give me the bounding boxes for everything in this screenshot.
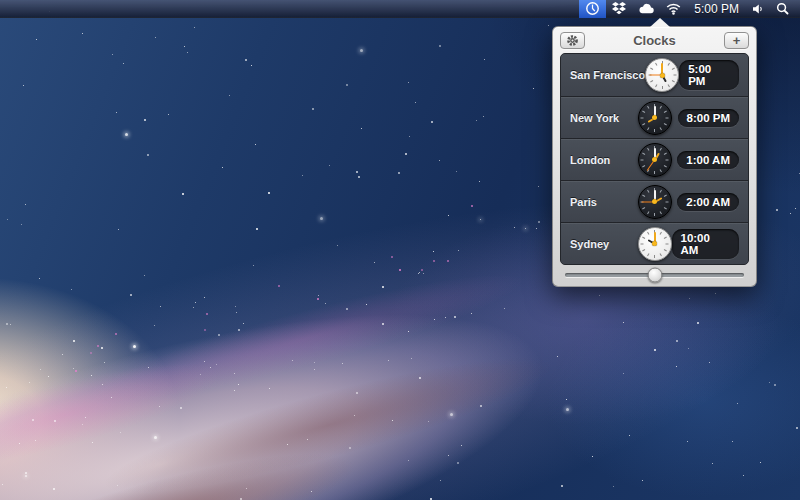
star — [318, 295, 319, 296]
clock-tick — [655, 84, 657, 87]
menubar-cloud-item[interactable] — [632, 0, 660, 18]
clock-tick — [667, 63, 669, 66]
menubar-dropbox-item[interactable] — [606, 0, 632, 18]
menubar-clocks-item[interactable] — [579, 0, 606, 18]
star — [104, 362, 105, 363]
clock-tick — [647, 231, 649, 234]
star — [256, 228, 258, 230]
star — [236, 312, 237, 313]
clock-center-dot — [660, 73, 665, 78]
settings-button[interactable] — [560, 32, 585, 49]
star — [255, 144, 256, 145]
star — [159, 406, 160, 407]
clock-list-item[interactable]: Paris 2:00 AM — [561, 180, 748, 222]
star — [361, 128, 362, 129]
star — [118, 229, 119, 230]
speaker-icon — [752, 3, 764, 15]
popover-footer — [553, 265, 756, 286]
star — [458, 250, 459, 251]
star — [278, 285, 280, 287]
star — [216, 364, 217, 365]
star — [428, 421, 429, 422]
clock-size-slider[interactable] — [565, 273, 744, 277]
star — [448, 455, 449, 456]
star — [480, 219, 481, 220]
menubar-volume-item[interactable] — [746, 0, 770, 18]
clock-tick — [642, 152, 645, 154]
star — [320, 217, 323, 220]
star — [337, 245, 338, 246]
star — [54, 420, 56, 422]
star — [538, 221, 540, 223]
clock-tick — [666, 117, 669, 118]
menubar-spotlight-item[interactable] — [770, 0, 795, 18]
star — [210, 367, 211, 368]
clock-tick — [641, 159, 644, 160]
slider-thumb[interactable] — [647, 268, 662, 283]
menubar-wifi-item[interactable] — [660, 0, 687, 18]
city-label: Paris — [561, 196, 638, 208]
star — [697, 322, 699, 324]
star — [193, 307, 194, 308]
star — [760, 462, 761, 463]
clock-list: San Francisco 5:00 PM New York 8:00 PM L… — [560, 53, 749, 265]
star — [6, 323, 8, 325]
star — [238, 384, 239, 385]
star — [796, 427, 798, 429]
star — [388, 360, 389, 361]
star — [32, 419, 34, 421]
clock-list-item[interactable]: London 1:00 AM — [561, 138, 748, 180]
star — [346, 84, 348, 86]
clock-tick — [654, 129, 655, 132]
clock-list-item[interactable]: New York 8:00 PM — [561, 96, 748, 138]
clock-list-item[interactable]: Sydney 10:00 AM — [561, 222, 748, 264]
star — [147, 154, 149, 156]
star — [454, 316, 456, 318]
menubar-clock-text[interactable]: 5:00 PM — [687, 2, 746, 16]
star — [408, 331, 409, 332]
clock-tick — [654, 213, 655, 216]
star — [525, 228, 526, 229]
star — [154, 325, 155, 326]
star — [476, 120, 477, 121]
time-badge: 10:00 AM — [672, 229, 740, 259]
add-clock-button[interactable]: + — [724, 32, 749, 49]
star — [457, 462, 459, 464]
star — [405, 153, 407, 155]
star — [504, 308, 505, 309]
clock-tick — [642, 110, 645, 112]
star — [92, 442, 93, 443]
clock-center-dot — [652, 157, 657, 162]
clock-center-dot — [652, 241, 657, 246]
clock-list-item[interactable]: San Francisco 5:00 PM — [561, 54, 748, 96]
star — [676, 340, 678, 342]
star — [148, 367, 149, 368]
star — [21, 224, 22, 225]
star — [687, 441, 688, 442]
star — [629, 435, 630, 436]
clock-tick — [647, 253, 649, 256]
star — [246, 488, 247, 489]
clock-tick — [664, 249, 667, 251]
star — [709, 362, 710, 363]
star — [408, 82, 409, 83]
star — [356, 392, 358, 394]
star — [346, 308, 348, 310]
star — [743, 475, 744, 476]
star — [53, 488, 55, 490]
clock-tick — [654, 171, 655, 174]
star — [349, 447, 351, 449]
star — [421, 269, 423, 271]
star — [548, 25, 549, 26]
star — [471, 205, 473, 207]
star — [795, 208, 796, 209]
clock-tick — [642, 207, 645, 209]
star — [218, 334, 220, 336]
star — [623, 322, 624, 323]
star — [253, 265, 254, 266]
clock-tick — [660, 189, 662, 192]
star — [354, 415, 355, 416]
star — [613, 486, 614, 487]
clock-tick — [647, 147, 649, 150]
desktop-screen: 5:00 PM Clocks + — [0, 0, 800, 500]
